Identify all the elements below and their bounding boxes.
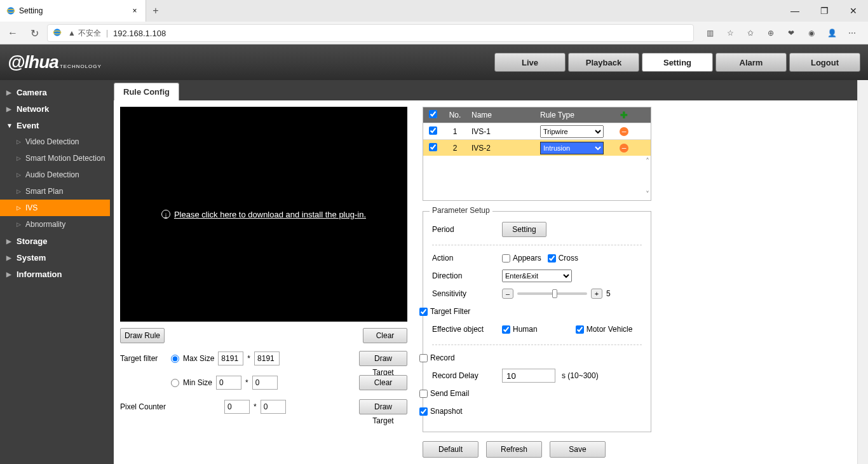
sidebar-item-audio-detection[interactable]: ▷Audio Detection xyxy=(0,167,110,183)
rule-checkbox[interactable] xyxy=(429,143,437,151)
top-nav: Live Playback Setting Alarm Logout xyxy=(494,53,860,72)
chevron-right-icon: ▶ xyxy=(6,89,13,96)
rule-row[interactable]: 1 IVS-1 Tripwire – xyxy=(423,123,651,139)
record-checkbox[interactable] xyxy=(419,354,428,362)
max-width-input[interactable] xyxy=(218,351,243,365)
tab-rule-config[interactable]: Rule Config xyxy=(114,83,179,100)
pixel-counter-label: Pixel Counter xyxy=(120,402,171,411)
clear-rule-button[interactable]: Clear xyxy=(363,328,407,343)
direction-select[interactable]: Enter&Exit xyxy=(502,270,572,282)
nav-logout[interactable]: Logout xyxy=(789,53,860,72)
minimize-button[interactable]: ― xyxy=(780,6,810,16)
col-no: No. xyxy=(442,111,468,119)
sidebar-item-smart-motion[interactable]: ▷Smart Motion Detection xyxy=(0,150,110,167)
mult-label: * xyxy=(247,354,250,363)
human-option[interactable]: Human xyxy=(502,325,538,334)
sidebar-item-video-detection[interactable]: ▷Video Detection xyxy=(0,133,110,150)
appears-option[interactable]: Appears xyxy=(502,254,541,263)
maximize-button[interactable]: ❐ xyxy=(810,6,839,16)
min-width-input[interactable] xyxy=(216,376,241,390)
rule-type-select[interactable]: Tripwire xyxy=(540,125,604,138)
scroll-down-icon[interactable]: ˅ xyxy=(646,190,649,199)
record-delay-input[interactable] xyxy=(502,369,555,383)
refresh-button[interactable]: ↻ xyxy=(25,24,43,42)
motor-option[interactable]: Motor Vehicle xyxy=(576,325,633,334)
collections-icon[interactable]: ⊕ xyxy=(765,29,776,38)
send-email-checkbox[interactable] xyxy=(419,390,428,398)
chevron-right-icon: ▶ xyxy=(6,106,13,113)
url-field[interactable]: ▲ 不安全 | 192.168.1.108 xyxy=(47,24,694,42)
browser-tab[interactable]: Setting × xyxy=(0,0,146,22)
security-label: 不安全 xyxy=(78,28,101,39)
tab-title: Setting xyxy=(19,6,126,15)
delete-rule-icon[interactable]: – xyxy=(620,144,628,153)
sidebar-item-network[interactable]: ▶Network xyxy=(0,100,110,117)
sidebar-item-system[interactable]: ▶System xyxy=(0,249,110,266)
sensitivity-slider[interactable]: – + 5 xyxy=(502,289,611,299)
tab-close-icon[interactable]: × xyxy=(130,6,139,15)
draw-target-pixel-button[interactable]: Draw Target xyxy=(359,399,407,414)
cross-option[interactable]: Cross xyxy=(548,254,578,263)
reader-icon[interactable]: ▥ xyxy=(704,29,715,38)
app-body: ▶Camera ▶Network ▼Event ▷Video Detection… xyxy=(0,80,868,464)
pixel-height-input[interactable] xyxy=(261,400,286,414)
max-size-radio[interactable] xyxy=(171,355,179,363)
rule-table-body-spacer: ˄ ˅ xyxy=(423,156,651,200)
delete-rule-icon[interactable]: – xyxy=(620,127,628,136)
draw-rule-button[interactable]: Draw Rule xyxy=(120,328,165,343)
rule-row[interactable]: 2 IVS-2 Intrusion – xyxy=(423,139,651,156)
back-button[interactable]: ← xyxy=(4,24,22,42)
slider-thumb[interactable] xyxy=(552,289,557,298)
scroll-up-icon[interactable]: ˄ xyxy=(646,157,649,166)
extensions-icon[interactable]: ❤ xyxy=(785,29,797,38)
nav-live[interactable]: Live xyxy=(494,53,566,72)
nav-playback[interactable]: Playback xyxy=(568,53,639,72)
snapshot-checkbox[interactable] xyxy=(419,407,428,416)
sidebar-item-ivs[interactable]: ▷IVS xyxy=(0,200,110,216)
close-window-button[interactable]: ✕ xyxy=(839,6,868,16)
snapshot-option[interactable]: Snapshot xyxy=(419,407,463,416)
more-icon[interactable]: ⋯ xyxy=(846,29,858,38)
extension2-icon[interactable]: ◉ xyxy=(806,29,817,38)
min-size-radio[interactable] xyxy=(171,379,179,387)
human-checkbox[interactable] xyxy=(502,325,510,334)
plugin-download-link[interactable]: ↓ Please click here to download and inst… xyxy=(161,210,366,219)
sensitivity-increase-button[interactable]: + xyxy=(591,289,602,299)
default-button[interactable]: Default xyxy=(423,441,478,458)
sidebar-item-information[interactable]: ▶Information xyxy=(0,266,110,282)
slider-track[interactable] xyxy=(517,292,587,295)
max-height-input[interactable] xyxy=(254,351,280,365)
sensitivity-decrease-button[interactable]: – xyxy=(502,289,513,299)
parameter-legend: Parameter Setup xyxy=(430,206,492,215)
save-button[interactable]: Save xyxy=(550,441,606,458)
sidebar-item-event[interactable]: ▼Event xyxy=(0,117,110,133)
send-email-option[interactable]: Send Email xyxy=(419,389,469,398)
min-height-input[interactable] xyxy=(252,376,278,390)
sidebar-item-smart-plan[interactable]: ▷Smart Plan xyxy=(0,183,110,200)
add-rule-icon[interactable]: ✚ xyxy=(620,110,628,120)
period-setting-button[interactable]: Setting xyxy=(502,222,546,237)
target-filter-option[interactable]: Target Filter xyxy=(419,307,470,316)
motor-checkbox[interactable] xyxy=(576,325,584,334)
nav-setting[interactable]: Setting xyxy=(642,53,713,72)
favorites-bar-icon[interactable]: ✩ xyxy=(745,29,756,38)
pixel-width-input[interactable] xyxy=(224,400,250,414)
select-all-rules-checkbox[interactable] xyxy=(429,110,437,118)
clear-target-button[interactable]: Clear xyxy=(359,375,407,390)
new-tab-button[interactable]: + xyxy=(146,5,165,17)
target-filter-checkbox[interactable] xyxy=(419,308,428,316)
sidebar-item-storage[interactable]: ▶Storage xyxy=(0,233,110,249)
scrollbar[interactable] xyxy=(857,80,868,464)
record-option[interactable]: Record xyxy=(419,353,455,362)
sidebar-item-abnormality[interactable]: ▷Abnormality xyxy=(0,216,110,233)
rule-checkbox[interactable] xyxy=(429,126,437,135)
refresh-button[interactable]: Refresh xyxy=(486,441,542,458)
nav-alarm[interactable]: Alarm xyxy=(715,53,787,72)
sidebar-item-camera[interactable]: ▶Camera xyxy=(0,84,110,100)
cross-checkbox[interactable] xyxy=(548,254,556,263)
draw-target-max-button[interactable]: Draw Target xyxy=(359,351,407,366)
favorite-icon[interactable]: ☆ xyxy=(724,29,736,38)
rule-type-select[interactable]: Intrusion xyxy=(540,142,604,154)
appears-checkbox[interactable] xyxy=(502,254,510,263)
profile-icon[interactable]: 👤 xyxy=(826,29,837,38)
